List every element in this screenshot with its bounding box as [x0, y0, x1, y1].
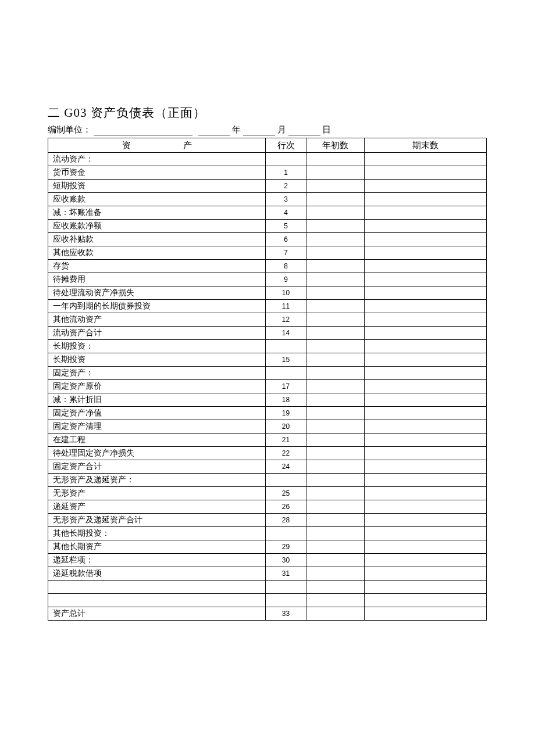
- row-number-cell: 22: [266, 447, 306, 460]
- table-row: [48, 594, 487, 607]
- table-row: 存货8: [48, 260, 487, 273]
- item-name-cell: [48, 594, 266, 607]
- end-value-cell: [365, 487, 487, 500]
- begin-value-cell: [306, 540, 365, 554]
- end-value-cell: [365, 527, 487, 540]
- begin-value-cell: [306, 420, 365, 433]
- end-value-cell: [365, 433, 487, 447]
- header-asset-a: 资: [122, 140, 131, 151]
- begin-value-cell: [306, 567, 365, 581]
- row-number-cell: 10: [266, 286, 306, 300]
- table-row: 固定资产净值19: [48, 407, 487, 420]
- row-number-cell: 20: [266, 420, 306, 433]
- table-row: 应收补贴款6: [48, 233, 487, 246]
- table-row: 资产总计33: [48, 607, 487, 621]
- item-name-cell: 递延栏项：: [48, 554, 266, 567]
- row-number-cell: 12: [266, 313, 306, 327]
- begin-value-cell: [306, 313, 365, 327]
- item-name-cell: 无形资产及递延资产合计: [48, 514, 266, 527]
- row-number-cell: 15: [266, 353, 306, 367]
- end-value-cell: [365, 540, 487, 554]
- end-value-cell: [365, 380, 487, 393]
- item-name-cell: 其他应收款: [48, 246, 266, 260]
- row-number-cell: 19: [266, 407, 306, 420]
- begin-value-cell: [306, 327, 365, 340]
- table-row: 递延资产26: [48, 500, 487, 514]
- document-page: 二 G03 资产负债表（正面） 编制单位： 年 月 日 资 产 行次: [0, 0, 535, 621]
- end-value-cell: [365, 166, 487, 180]
- end-value-cell: [365, 340, 487, 353]
- item-name-cell: 待处理流动资产净损失: [48, 286, 266, 300]
- table-row: 无形资产及递延资产：: [48, 474, 487, 487]
- end-value-cell: [365, 206, 487, 220]
- item-name-cell: 减：坏账准备: [48, 206, 266, 220]
- row-number-cell: [266, 527, 306, 540]
- item-name-cell: 固定资产：: [48, 367, 266, 380]
- begin-value-cell: [306, 487, 365, 500]
- end-value-cell: [365, 420, 487, 433]
- begin-value-cell: [306, 514, 365, 527]
- begin-value-cell: [306, 286, 365, 300]
- item-name-cell: 待处理固定资产净损失: [48, 447, 266, 460]
- begin-value-cell: [306, 581, 365, 594]
- item-name-cell: 应收账款净额: [48, 220, 266, 233]
- table-row: 待处理流动资产净损失10: [48, 286, 487, 300]
- row-number-cell: 3: [266, 193, 306, 206]
- item-name-cell: 流动资产：: [48, 153, 266, 166]
- table-row: 待摊费用9: [48, 273, 487, 286]
- row-number-cell: 31: [266, 567, 306, 581]
- begin-value-cell: [306, 460, 365, 474]
- end-value-cell: [365, 286, 487, 300]
- end-value-cell: [365, 607, 487, 621]
- row-number-cell: [266, 367, 306, 380]
- row-number-cell: 26: [266, 500, 306, 514]
- table-row: 流动资产：: [48, 153, 487, 166]
- row-number-cell: 4: [266, 206, 306, 220]
- table-row: 减：累计折旧18: [48, 393, 487, 407]
- item-name-cell: 无形资产及递延资产：: [48, 474, 266, 487]
- table-row: 待处理固定资产净损失22: [48, 447, 487, 460]
- end-value-cell: [365, 260, 487, 273]
- day-label: 日: [322, 125, 331, 134]
- begin-value-cell: [306, 180, 365, 193]
- table-row: 应收账款3: [48, 193, 487, 206]
- row-number-cell: 9: [266, 273, 306, 286]
- row-number-cell: 11: [266, 300, 306, 313]
- begin-value-cell: [306, 166, 365, 180]
- row-number-cell: 29: [266, 540, 306, 554]
- row-number-cell: 1: [266, 166, 306, 180]
- end-value-cell: [365, 220, 487, 233]
- item-name-cell: 应收补贴款: [48, 233, 266, 246]
- begin-value-cell: [306, 393, 365, 407]
- year-blank: [198, 126, 230, 135]
- table-row: 在建工程21: [48, 433, 487, 447]
- row-number-cell: 6: [266, 233, 306, 246]
- row-number-cell: 28: [266, 514, 306, 527]
- end-value-cell: [365, 500, 487, 514]
- item-name-cell: 待摊费用: [48, 273, 266, 286]
- row-number-cell: [266, 153, 306, 166]
- item-name-cell: 其他长期投资：: [48, 527, 266, 540]
- table-row: 无形资产25: [48, 487, 487, 500]
- row-number-cell: 24: [266, 460, 306, 474]
- begin-value-cell: [306, 607, 365, 621]
- table-row: 无形资产及递延资产合计28: [48, 514, 487, 527]
- row-number-cell: [266, 340, 306, 353]
- begin-value-cell: [306, 594, 365, 607]
- header-end: 期末数: [365, 138, 487, 153]
- table-row: 其他应收款7: [48, 246, 487, 260]
- unit-blank: [94, 126, 192, 135]
- table-row: 递延栏项：30: [48, 554, 487, 567]
- end-value-cell: [365, 153, 487, 166]
- header-asset: 资 产: [48, 138, 266, 153]
- table-row: 其他长期投资：: [48, 527, 487, 540]
- row-number-cell: 7: [266, 246, 306, 260]
- begin-value-cell: [306, 193, 365, 206]
- begin-value-cell: [306, 380, 365, 393]
- table-row: [48, 581, 487, 594]
- item-name-cell: 资产总计: [48, 607, 266, 621]
- end-value-cell: [365, 393, 487, 407]
- item-name-cell: 固定资产清理: [48, 420, 266, 433]
- table-row: 长期投资15: [48, 353, 487, 367]
- table-row: 固定资产原价17: [48, 380, 487, 393]
